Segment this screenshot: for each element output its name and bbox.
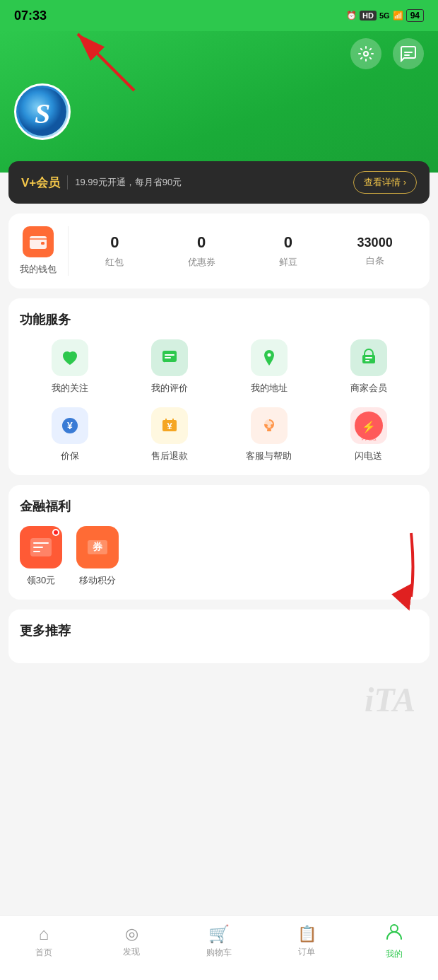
- wallet-num-1: 0: [197, 233, 206, 252]
- func-label-address: 我的地址: [251, 382, 288, 395]
- svg-text:闪电送: 闪电送: [361, 436, 376, 441]
- settings-button[interactable]: [350, 38, 381, 69]
- wallet-label-2: 鲜豆: [279, 256, 297, 269]
- func-grid: 我的关注 我的评价 我的地址: [20, 339, 418, 462]
- arrow-down-area: [133, 526, 418, 587]
- battery-icon: 94: [406, 9, 424, 22]
- func-label-flash: 闪电送: [355, 450, 382, 462]
- wallet-stat-0[interactable]: 0 红包: [71, 233, 158, 269]
- wallet-label-0: 红包: [105, 256, 124, 269]
- network-5g: 5G: [379, 11, 390, 20]
- ita-text: iTA: [365, 680, 415, 719]
- wallet-label: 我的钱包: [20, 263, 57, 276]
- mine-icon: [385, 923, 403, 945]
- wallet-row: 我的钱包 0 红包 0 优惠券 0 鲜豆 33000 白条: [20, 226, 418, 276]
- svg-point-21: [271, 424, 273, 427]
- svg-rect-12: [362, 355, 375, 363]
- vip-left: V+会员 19.99元开通，每月省90元: [21, 175, 182, 191]
- vip-divider: [67, 175, 68, 189]
- svg-text:S: S: [35, 98, 50, 129]
- svg-rect-14: [365, 360, 369, 361]
- header-top-icons: [14, 38, 424, 69]
- wallet-stat-3[interactable]: 33000 白条: [331, 235, 418, 267]
- wallet-label-3: 白条: [366, 255, 384, 267]
- status-bar: 07:33 ⏰ HD 5G 📶 94: [0, 0, 438, 31]
- cart-icon: 🛒: [208, 924, 230, 944]
- finance-item-0[interactable]: 领30元: [20, 526, 62, 587]
- home-icon: ⌂: [39, 924, 49, 944]
- finance-grid: 领30元 券 移动积分: [20, 526, 418, 587]
- func-section-title: 功能服务: [20, 311, 418, 328]
- wallet-num-0: 0: [110, 233, 119, 252]
- wallet-stat-1[interactable]: 0 优惠券: [158, 233, 245, 269]
- refund-icon: ¥: [151, 407, 188, 444]
- avatar-section[interactable]: S: [14, 83, 71, 140]
- svg-rect-22: [267, 429, 271, 431]
- svg-point-20: [265, 424, 268, 427]
- nav-item-mine[interactable]: 我的: [350, 923, 438, 960]
- wallet-stat-2[interactable]: 0 鲜豆: [245, 233, 332, 269]
- vip-desc: 19.99元开通，每月省90元: [75, 176, 182, 189]
- status-time: 07:33: [14, 8, 47, 23]
- svg-rect-7: [41, 242, 45, 245]
- func-label-attention: 我的关注: [52, 382, 88, 395]
- func-item-attention[interactable]: 我的关注: [20, 339, 119, 395]
- ita-annotation-area: iTA: [8, 673, 430, 730]
- svg-point-11: [267, 354, 271, 357]
- svg-rect-13: [365, 357, 372, 358]
- func-item-merchant[interactable]: 商家会员: [319, 339, 418, 395]
- merchant-icon: [350, 339, 387, 376]
- func-label-refund: 售后退款: [151, 450, 188, 462]
- svg-point-31: [391, 925, 398, 932]
- vip-banner[interactable]: V+会员 19.99元开通，每月省90元 查看详情 ›: [8, 161, 430, 204]
- nav-item-order[interactable]: 📋 订单: [263, 925, 350, 958]
- avatar[interactable]: S: [14, 83, 71, 140]
- func-item-price[interactable]: ¥ 价保: [20, 407, 119, 462]
- svg-text:¥: ¥: [67, 420, 73, 431]
- discover-icon: ◎: [125, 925, 138, 943]
- status-icons: ⏰ HD 5G 📶 94: [346, 9, 424, 22]
- hd-badge: HD: [360, 11, 377, 21]
- price-icon: ¥: [52, 407, 88, 444]
- finance-section-title: 金融福利: [20, 498, 418, 515]
- badge-dot: [52, 529, 59, 536]
- svg-text:⚡: ⚡: [362, 420, 376, 433]
- finance-item-1[interactable]: 券 移动积分: [76, 526, 119, 587]
- func-services-card: 功能服务 我的关注 我的评价: [8, 298, 430, 475]
- header-area: S: [0, 31, 438, 173]
- nav-label-cart: 购物车: [206, 947, 232, 959]
- nav-label-home: 首页: [35, 947, 52, 959]
- func-item-flash[interactable]: ⚡ 闪电送 闪电送: [319, 407, 418, 462]
- wallet-num-2: 0: [284, 233, 292, 252]
- wallet-num-3: 33000: [357, 235, 393, 250]
- more-section: 更多推荐: [8, 609, 430, 663]
- finance-icon-1: 券: [76, 526, 119, 568]
- more-section-title: 更多推荐: [20, 622, 418, 639]
- finance-card: 金融福利 领30元 券 移动积分: [8, 485, 430, 600]
- nav-item-home[interactable]: ⌂ 首页: [0, 924, 88, 959]
- nav-item-discover[interactable]: ◎ 发现: [88, 925, 175, 958]
- bottom-nav: ⌂ 首页 ◎ 发现 🛒 购物车 📋 订单 我的: [0, 915, 438, 980]
- wallet-label-1: 优惠券: [188, 256, 215, 269]
- finance-label-0: 领30元: [27, 574, 55, 587]
- wallet-card: 我的钱包 0 红包 0 优惠券 0 鲜豆 33000 白条: [8, 214, 430, 288]
- func-label-service: 客服与帮助: [246, 450, 292, 462]
- func-item-review[interactable]: 我的评价: [119, 339, 219, 395]
- finance-label-1: 移动积分: [79, 574, 116, 587]
- svg-text:¥: ¥: [167, 421, 172, 431]
- nav-item-cart[interactable]: 🛒 购物车: [175, 924, 263, 959]
- func-item-service[interactable]: 客服与帮助: [219, 407, 319, 462]
- nav-label-mine: 我的: [386, 948, 403, 960]
- wallet-icon: [23, 226, 54, 257]
- func-item-address[interactable]: 我的地址: [219, 339, 319, 395]
- review-icon: [151, 339, 188, 376]
- func-item-refund[interactable]: ¥ 售后退款: [119, 407, 219, 462]
- nav-label-discover: 发现: [123, 946, 140, 958]
- vip-detail-button[interactable]: 查看详情 ›: [353, 171, 417, 194]
- func-label-price: 价保: [61, 450, 79, 462]
- attention-icon: [52, 339, 88, 376]
- address-icon: [251, 339, 288, 376]
- wallet-icon-block[interactable]: 我的钱包: [20, 226, 69, 276]
- flash-icon: ⚡ 闪电送: [350, 407, 387, 444]
- message-button[interactable]: [393, 38, 424, 69]
